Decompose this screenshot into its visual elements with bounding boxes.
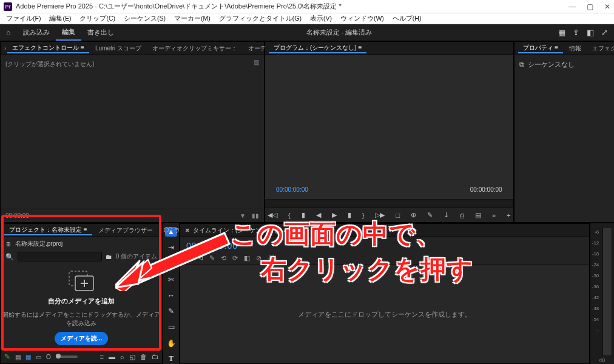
prog-tool-icon[interactable]: ✎ <box>425 211 435 219</box>
snap-icon[interactable]: ⊳ <box>186 254 192 262</box>
prog-compare-icon[interactable]: ⎙ <box>457 212 467 219</box>
prog-export-frame-icon[interactable]: ⤓ <box>441 211 451 219</box>
settings-a-icon[interactable]: ⟲ <box>221 254 226 262</box>
no-sequence-icon: ⧉ <box>519 61 524 68</box>
new-item-icon[interactable]: 🗀 <box>152 353 158 360</box>
ripple-edit-tool[interactable]: ⇆ <box>165 258 177 268</box>
menu-help[interactable]: ヘルプ(H) <box>393 15 422 23</box>
window-maximize-button[interactable]: ▢ <box>587 2 593 11</box>
linked-selection-icon[interactable]: ⊲ <box>198 254 203 262</box>
prog-go-to-in-icon[interactable]: ◀◁ <box>265 211 280 219</box>
no-clip-selected-label: (クリップが選択されていません) <box>1 55 264 73</box>
prog-more-icon[interactable]: » <box>490 212 498 219</box>
prog-lift-icon[interactable]: □ <box>393 212 402 219</box>
meter-tick: -36 <box>592 284 599 289</box>
project-search-input[interactable] <box>18 252 102 261</box>
automate-icon[interactable]: ▬ <box>109 353 115 360</box>
prog-play-icon[interactable]: ▶ <box>329 211 339 219</box>
prog-add-marker-icon[interactable]: ⊕ <box>408 211 419 219</box>
prog-step-back-icon[interactable]: ▮ <box>299 211 308 219</box>
menu-sequence[interactable]: シーケンス(S) <box>124 15 166 23</box>
add-media-title: 自分のメディアを追加 <box>48 297 115 306</box>
thumbnail-zoom-slider[interactable] <box>56 356 78 358</box>
tab-properties[interactable]: プロパティ ≡ <box>518 44 564 53</box>
import-media-button[interactable]: メディアを読... <box>55 332 108 345</box>
menu-file[interactable]: ファイル(F) <box>6 15 41 23</box>
properties-panel: プロパティ ≡ 情報 エフェクト » ⧉シーケンスなし <box>514 41 614 223</box>
menu-graphics[interactable]: グラフィックとタイトル(G) <box>219 15 302 23</box>
search-icon[interactable]: 🔍 <box>5 253 14 261</box>
panel-menu-icon[interactable]: ▥ <box>254 59 259 66</box>
tab-cc-libraries[interactable]: CC ラ <box>159 226 185 235</box>
tab-timeline[interactable]: タイムライン：(シーケンスなし) ≡ <box>193 226 287 235</box>
timeline-timecode[interactable]: 00:00:00:00 <box>180 237 589 254</box>
prog-add-button-icon[interactable]: + <box>504 212 513 219</box>
type-tool[interactable]: T <box>165 354 177 364</box>
icon-view-icon[interactable]: ▦ <box>25 354 31 360</box>
tab-program[interactable]: プログラム：(シーケンスなし) ≡ <box>269 44 366 53</box>
workspace-import[interactable]: 読み込み <box>17 24 56 41</box>
item-count-label: 0 個のアイテム <box>116 252 157 261</box>
hand-tool[interactable]: ✋ <box>165 339 177 348</box>
timeline-panel[interactable]: × タイムライン：(シーケンスなし) ≡ 00:00:00:00 ⊳ ⊲ ✎ ⟲… <box>180 223 590 364</box>
workspace-edit[interactable]: 編集 <box>56 24 81 41</box>
list-view-icon[interactable]: ▤ <box>15 354 21 360</box>
project-title: 名称未設定 - 編集済み <box>120 28 558 37</box>
workspace-layout-icon[interactable]: ◧ <box>587 28 594 37</box>
share-icon[interactable]: ⇪ <box>573 28 579 37</box>
prog-mark-in-icon[interactable]: { <box>286 212 293 219</box>
timeline-drop-area[interactable]: メディアをここにドロップしてシーケンスを作成します。 <box>180 265 589 363</box>
tab-info[interactable]: 情報 <box>564 44 586 53</box>
freeform-view-icon[interactable]: ▭ <box>36 354 41 360</box>
tab-audio-clip-mixer[interactable]: オーディオクリップミキサー： <box>147 44 242 53</box>
timeline-header-controls: ⊳ ⊲ ✎ ⟲ ⟳ ◧ ⊘ ᚊ <box>180 254 589 265</box>
tab-effects[interactable]: エフェクト <box>587 44 614 53</box>
pen-tool[interactable]: ✎ <box>165 306 177 316</box>
tab-media-browser[interactable]: メディアブラウザー <box>93 226 158 235</box>
cc-icon[interactable]: ◧ <box>244 254 250 262</box>
slip-tool[interactable]: ↔ <box>165 291 177 300</box>
os-title-bar: Pr Adobe Premiere Pro 2025 - C:\ユーザー\hon… <box>0 0 614 13</box>
track-select-tool[interactable]: ⇥ <box>165 243 177 252</box>
find-icon[interactable]: ⌕ <box>120 353 124 360</box>
clear-icon[interactable]: 🗑 <box>140 353 147 360</box>
quick-export-icon[interactable]: ▦ <box>558 28 565 37</box>
marker-icon[interactable]: ✎ <box>209 254 215 262</box>
tab-effect-controls[interactable]: エフェクトコントロール ≡ <box>7 44 89 53</box>
tab-project[interactable]: プロジェクト：名称未設定 ≡ <box>4 226 92 235</box>
app-menu-bar[interactable]: ファイル(F) 編集(E) クリップ(C) シーケンス(S) マーカー(M) グ… <box>0 13 614 24</box>
razor-tool[interactable]: ✄ <box>165 275 177 285</box>
sort-icon[interactable]: ≡ <box>100 353 104 360</box>
program-monitor-view[interactable]: 00:00:00:00 00:00:00:00 <box>265 55 513 199</box>
menu-clip[interactable]: クリップ(C) <box>79 15 115 23</box>
menu-marker[interactable]: マーカー(M) <box>174 15 211 23</box>
prog-step-fwd-icon[interactable]: ▮ <box>345 211 354 219</box>
rectangle-tool[interactable]: ▭ <box>165 322 177 332</box>
settings-b-icon[interactable]: ⟳ <box>232 254 238 262</box>
menu-window[interactable]: ウィンドウ(W) <box>340 15 384 23</box>
wrench-icon[interactable]: ⊘ <box>256 254 261 262</box>
prog-mark-out-icon[interactable]: } <box>360 212 367 219</box>
menu-edit[interactable]: 編集(E) <box>49 15 71 23</box>
prog-play-back-icon[interactable]: ◀ <box>314 211 323 219</box>
filter-icon[interactable]: ▼ <box>240 212 246 219</box>
extra-icon[interactable]: ᚊ <box>268 254 277 262</box>
window-minimize-button[interactable]: — <box>568 2 576 11</box>
effect-controls-panel: › エフェクトコントロール ≡ Lumetri スコープ オーディオクリップミキ… <box>0 41 265 223</box>
prog-settings-icon[interactable]: ▤ <box>473 211 484 219</box>
fullscreen-icon[interactable]: ⤢ <box>601 28 608 37</box>
meter-tick: -24 <box>592 262 599 268</box>
home-button[interactable]: ⌂ <box>0 28 17 37</box>
menu-view[interactable]: 表示(V) <box>310 15 332 23</box>
project-tabs-overflow-icon[interactable]: » <box>186 227 195 234</box>
program-scrubber[interactable] <box>265 199 513 207</box>
prog-go-to-out-icon[interactable]: ▷▶ <box>373 211 387 219</box>
tab-lumetri-scopes[interactable]: Lumetri スコープ <box>90 44 146 53</box>
project-empty-state[interactable]: 自分のメディアを追加 開始するにはメディアをここにドラッグするか、メディアを読み… <box>1 265 162 350</box>
window-close-button[interactable]: ✕ <box>604 2 610 11</box>
bin-icon[interactable]: 🖿 <box>106 253 112 260</box>
workspace-export[interactable]: 書き出し <box>81 24 120 41</box>
timeline-view-icon[interactable]: ▮▮ <box>252 212 259 219</box>
project-panel[interactable]: プロジェクト：名称未設定 ≡ メディアブラウザー CC ラ » 🗎 名称未設定.… <box>0 223 163 364</box>
new-bin-icon[interactable]: ◱ <box>129 353 135 361</box>
